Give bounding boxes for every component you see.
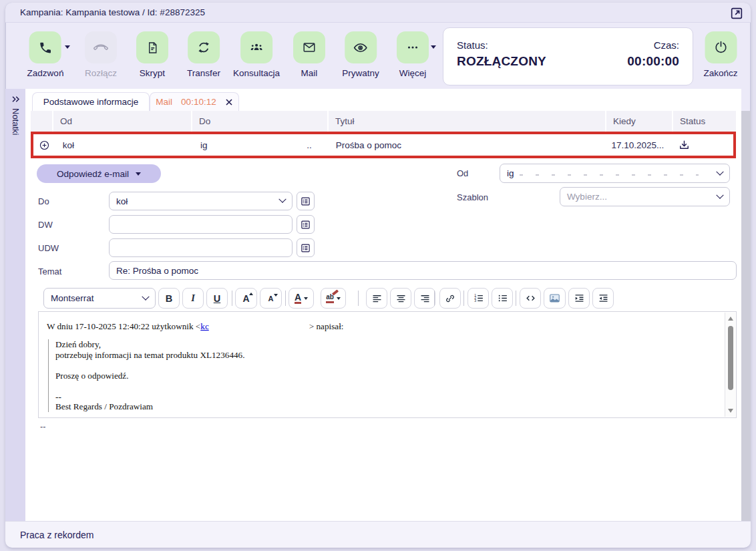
more-icon xyxy=(397,31,429,63)
italic-button[interactable]: I xyxy=(182,288,204,309)
mail-table-header: Od Do Tytuł Kiedy Status xyxy=(31,111,736,132)
bcc-label: UDW xyxy=(38,243,59,253)
notes-panel-toggle[interactable]: Notatki xyxy=(5,89,25,521)
subject-input[interactable]: Re: Prośba o pomoc xyxy=(109,261,737,280)
chevron-down-icon xyxy=(716,168,723,175)
status-panel: Status: Czas: ROZŁĄCZONY 00:00:00 xyxy=(443,27,693,85)
font-color-glyph: A xyxy=(295,293,301,305)
to-contacts-button[interactable] xyxy=(297,192,315,210)
toolbar-separator xyxy=(463,291,464,306)
end-button[interactable]: Zakończ xyxy=(703,31,737,78)
editor-scrollbar[interactable] xyxy=(725,313,735,417)
tab-basic-info[interactable]: Podstawowe informacje xyxy=(32,92,150,111)
row-expand-button[interactable] xyxy=(33,134,56,156)
quoted-message: Dzień dobry, potrzebuję informacji na te… xyxy=(48,339,716,412)
indent-decrease-icon xyxy=(598,293,609,304)
chevron-down-icon xyxy=(142,293,149,300)
font-size-up-button[interactable]: A xyxy=(235,288,257,309)
hangup-icon xyxy=(85,31,117,63)
font-family-select[interactable]: Montserrat xyxy=(43,288,156,309)
indent-decrease-button[interactable] xyxy=(592,288,614,309)
code-view-button[interactable] xyxy=(520,288,541,309)
from-select-value: ig xyxy=(507,168,514,178)
cc-input[interactable] xyxy=(109,215,293,234)
ordered-list-button[interactable]: 123 xyxy=(467,288,489,309)
scrollbar-thumb[interactable] xyxy=(728,326,733,390)
tab-basic-info-label: Podstawowe informacje xyxy=(43,97,139,107)
cell-status xyxy=(671,134,733,156)
align-center-button[interactable] xyxy=(390,288,411,309)
align-center-icon xyxy=(395,293,407,304)
script-button[interactable]: Skrypt xyxy=(136,31,168,78)
bold-button[interactable]: B xyxy=(158,288,180,309)
private-button[interactable]: Prywatny xyxy=(342,31,379,78)
to-label: Do xyxy=(38,196,49,206)
svg-text:3: 3 xyxy=(474,299,476,303)
open-in-new-window-icon[interactable] xyxy=(729,6,744,21)
call-button-label: Zadzwoń xyxy=(27,68,64,78)
call-button[interactable]: Zadzwoń xyxy=(27,31,64,78)
font-color-button[interactable]: A xyxy=(289,288,314,309)
call-dropdown-caret-icon[interactable] xyxy=(65,45,70,49)
mail-row-selected[interactable]: koł ig .. Prośba o pomoc 17.10.2025... xyxy=(31,132,736,158)
font-size-down-button[interactable]: A xyxy=(260,288,282,309)
column-header-status: Status xyxy=(673,111,736,132)
more-dropdown-caret-icon[interactable] xyxy=(431,45,436,49)
double-chevron-icon xyxy=(11,94,21,104)
quote-line: potrzebuję informacji na temat produktu … xyxy=(55,350,716,361)
indent-increase-button[interactable] xyxy=(568,288,590,309)
underline-button[interactable]: U xyxy=(206,288,228,309)
template-select[interactable]: Wybierz... xyxy=(560,187,730,206)
quote-header-pre: W dniu 17-10-2025 12:40:22 użytkownik < xyxy=(47,321,200,331)
transfer-button[interactable]: Transfer xyxy=(187,31,220,78)
reply-email-button[interactable]: Odpowiedź e-mail xyxy=(37,164,161,183)
redacted-text xyxy=(520,170,699,176)
bcc-contacts-button[interactable] xyxy=(297,238,315,257)
align-left-button[interactable] xyxy=(366,288,387,309)
tab-mail[interactable]: Mail 00:10:12 xyxy=(150,92,239,111)
cc-label: DW xyxy=(38,220,53,230)
quoted-email-link[interactable]: kc xyxy=(200,321,208,331)
bcc-input[interactable] xyxy=(109,238,293,257)
image-icon xyxy=(548,292,561,305)
chevron-down-icon xyxy=(716,191,723,198)
marker-pen-icon xyxy=(332,289,339,295)
download-icon[interactable] xyxy=(678,139,691,152)
mail-icon xyxy=(293,31,325,63)
scroll-down-icon[interactable] xyxy=(728,409,733,413)
notes-panel-label: Notatki xyxy=(11,108,21,135)
hangup-button[interactable]: Rozłącz xyxy=(85,31,117,78)
insert-image-button[interactable] xyxy=(544,288,566,309)
time-value: 00:00:00 xyxy=(627,54,679,69)
tab-close-icon[interactable] xyxy=(225,98,233,106)
mail-button[interactable]: Mail xyxy=(293,31,325,78)
align-right-button[interactable] xyxy=(414,288,435,309)
window-title: Kampania: Kampania testowa / Id: #288723… xyxy=(20,7,205,17)
insert-link-button[interactable] xyxy=(439,288,461,309)
toolbar-separator xyxy=(358,291,359,306)
footer-status-text: Praca z rekordem xyxy=(20,530,93,540)
hangup-button-label: Rozłącz xyxy=(85,68,117,78)
cell-do-ellipsis: .. xyxy=(307,140,312,150)
highlight-glyph: ab xyxy=(326,293,334,303)
highlight-color-button[interactable]: ab xyxy=(321,288,346,309)
scroll-up-icon[interactable] xyxy=(728,317,733,321)
cc-contacts-button[interactable] xyxy=(297,215,315,234)
more-button[interactable]: Więcej xyxy=(397,31,429,78)
email-body-editor[interactable]: W dniu 17-10-2025 12:40:22 użytkownik <k… xyxy=(38,311,737,418)
column-header-expand xyxy=(31,111,53,132)
transfer-icon xyxy=(188,31,220,63)
from-select[interactable]: ig xyxy=(500,164,730,183)
to-combobox[interactable]: koł xyxy=(109,192,293,210)
quote-header: W dniu 17-10-2025 12:40:22 użytkownik <k… xyxy=(47,321,716,332)
subject-label: Temat xyxy=(38,266,61,277)
bullet-list-button[interactable] xyxy=(492,288,513,309)
toolbar-separator xyxy=(232,291,232,306)
private-icon xyxy=(345,31,377,63)
contact-list-icon xyxy=(300,242,311,254)
cell-do: ig .. xyxy=(194,134,329,156)
contact-list-icon xyxy=(300,196,311,207)
consultation-button[interactable]: Konsultacja xyxy=(233,31,280,78)
main-vertical-scrollbar[interactable] xyxy=(741,111,751,521)
quote-line: Proszę o odpowiedź. xyxy=(55,371,716,381)
